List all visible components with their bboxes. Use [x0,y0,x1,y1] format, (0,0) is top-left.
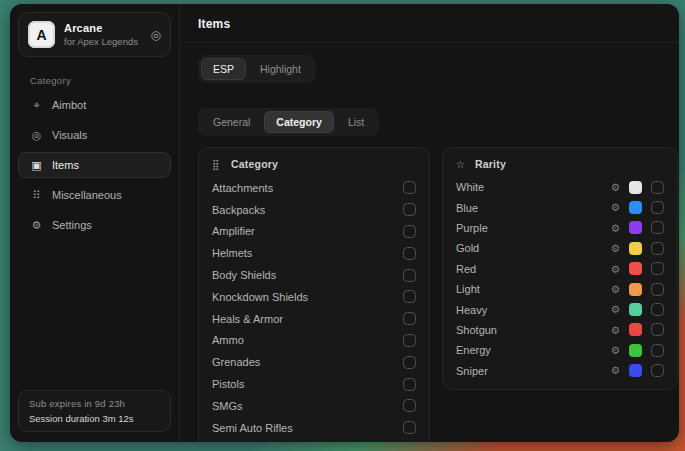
category-checkbox[interactable] [403,399,416,412]
gear-icon[interactable]: ⚙ [611,223,620,234]
rarity-label: Gold [456,242,479,254]
category-panel-header: Category [231,158,278,170]
category-row: Body Shields [212,264,416,286]
rarity-checkbox[interactable] [651,344,664,357]
sidebar-item-miscellaneous[interactable]: ⠿ Miscellaneous [18,182,171,208]
sub-expiry-text: Sub expires in 9d 23h [29,398,160,409]
category-row: Semi Auto Rifles [212,417,416,439]
gear-icon[interactable]: ⚙ [611,304,620,315]
rarity-checkbox[interactable] [651,242,664,255]
rarity-row: Light ⚙ [456,279,664,299]
eye-icon: ◎ [30,129,43,142]
rarity-label: Red [456,263,476,275]
rarity-color-swatch[interactable] [629,242,642,255]
gear-icon[interactable]: ⚙ [611,243,620,254]
rarity-checkbox[interactable] [651,221,664,234]
rarity-color-swatch[interactable] [629,344,642,357]
gear-icon[interactable]: ⚙ [611,284,620,295]
category-label: Heals & Armor [212,313,283,325]
rarity-color-swatch[interactable] [629,262,642,275]
category-row: Amplifier [212,221,416,243]
tabs-row: GeneralCategoryList [180,96,679,136]
rarity-label: Energy [456,344,491,356]
gear-icon[interactable]: ⚙ [611,202,620,213]
main-header: Items [180,4,679,43]
gear-icon[interactable]: ⚙ [611,182,620,193]
tab-general[interactable]: General [201,111,262,133]
category-checkbox[interactable] [403,203,416,216]
category-label: Grenades [212,356,260,368]
rarity-checkbox[interactable] [651,303,664,316]
target-icon[interactable]: ◎ [151,28,161,42]
category-label: SMGs [212,400,243,412]
gear-icon[interactable]: ⚙ [611,345,620,356]
category-checkbox[interactable] [403,269,416,282]
category-row: SMGs [212,395,416,417]
rarity-row: Purple ⚙ [456,218,664,238]
mode-option-esp[interactable]: ESP [201,58,246,80]
category-checkbox[interactable] [403,247,416,260]
brand-card: A Arcane for Apex Legends ◎ [18,12,171,57]
sidebar-item-label: Visuals [52,129,87,141]
rarity-checkbox[interactable] [651,323,664,336]
category-label: Amplifier [212,225,255,237]
category-checkbox[interactable] [403,312,416,325]
rarity-panel: ☆ Rarity White ⚙ Blue [442,147,678,390]
app-logo: A [28,21,55,48]
sidebar-item-items[interactable]: ▣ Items [18,152,171,178]
gear-icon[interactable]: ⚙ [611,325,620,336]
rarity-color-swatch[interactable] [629,323,642,336]
rarity-row: Energy ⚙ [456,340,664,360]
rarity-row: Gold ⚙ [456,238,664,258]
tab-list[interactable]: List [336,111,376,133]
category-row: Assault Rifles [212,439,416,442]
rarity-color-swatch[interactable] [629,201,642,214]
sidebar-item-aimbot[interactable]: ⌖ Aimbot [18,92,171,118]
rarity-label: Shotgun [456,324,497,336]
sidebar-item-visuals[interactable]: ◎ Visuals [18,122,171,148]
category-label: Knockdown Shields [212,291,308,303]
category-row: Backpacks [212,199,416,221]
category-checkbox[interactable] [403,421,416,434]
rarity-label: Purple [456,222,488,234]
category-checkbox[interactable] [403,334,416,347]
mode-option-highlight[interactable]: Highlight [248,58,313,80]
rarity-checkbox[interactable] [651,364,664,377]
category-checkbox[interactable] [403,225,416,238]
category-checkbox[interactable] [403,378,416,391]
rarity-label: Blue [456,202,478,214]
category-checkbox[interactable] [403,356,416,369]
gear-icon[interactable]: ⚙ [611,365,620,376]
rarity-label: Sniper [456,365,488,377]
main-panel: Items ESPHighlight GeneralCategoryList ⣿… [179,4,679,442]
gear-icon[interactable]: ⚙ [611,264,620,275]
rarity-color-swatch[interactable] [629,303,642,316]
tab-category[interactable]: Category [264,111,334,133]
rarity-color-swatch[interactable] [629,364,642,377]
crosshair-icon: ⌖ [30,99,43,112]
category-row: Ammo [212,330,416,352]
session-duration-text: Session duration 3m 12s [29,413,160,424]
sidebar-section-label: Category [30,75,171,86]
category-label: Body Shields [212,269,276,281]
rarity-checkbox[interactable] [651,181,664,194]
rarity-row: Red ⚙ [456,259,664,279]
rarity-checkbox[interactable] [651,283,664,296]
app-name: Arcane [64,22,138,34]
rarity-panel-header: Rarity [475,158,506,170]
rarity-color-swatch[interactable] [629,283,642,296]
category-checkbox[interactable] [403,181,416,194]
rarity-row: Shotgun ⚙ [456,320,664,340]
box-icon: ▣ [30,159,43,172]
sidebar-item-settings[interactable]: ⚙ Settings [18,212,171,238]
category-checkbox[interactable] [403,290,416,303]
rarity-checkbox[interactable] [651,201,664,214]
rarity-checkbox[interactable] [651,262,664,275]
rarity-color-swatch[interactable] [629,221,642,234]
category-label: Helmets [212,247,252,259]
star-icon: ☆ [456,159,468,170]
category-row: Heals & Armor [212,308,416,330]
sidebar-item-label: Settings [52,219,92,231]
rarity-label: Light [456,283,480,295]
rarity-color-swatch[interactable] [629,181,642,194]
